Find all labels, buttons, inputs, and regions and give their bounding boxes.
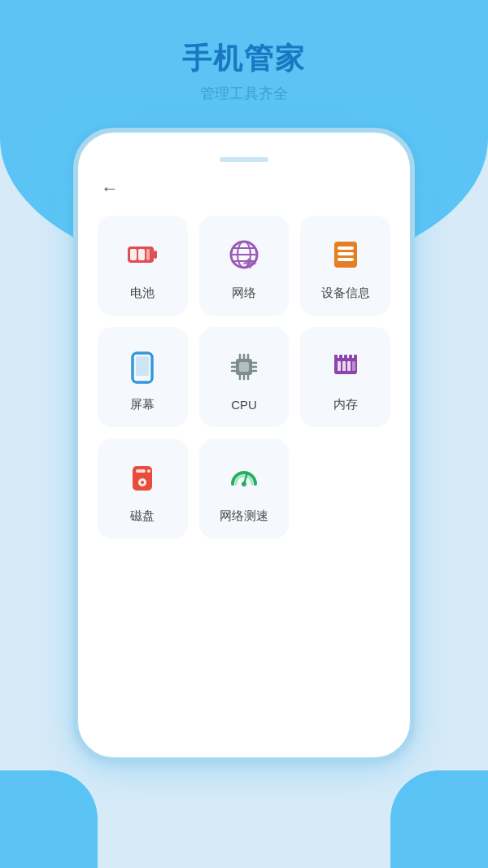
disk-icon xyxy=(121,456,163,499)
svg-rect-37 xyxy=(352,361,355,371)
app-subtitle: 管理工具齐全 xyxy=(182,84,306,103)
svg-rect-13 xyxy=(338,252,354,255)
memory-label: 内存 xyxy=(333,397,358,412)
svg-rect-1 xyxy=(154,251,157,259)
phone-speaker xyxy=(220,157,268,162)
tool-card-cpu[interactable]: CPU xyxy=(199,327,290,427)
svg-rect-34 xyxy=(338,361,341,371)
bg-bottom-right-shape xyxy=(390,770,488,868)
svg-rect-20 xyxy=(239,362,249,372)
svg-rect-36 xyxy=(347,361,351,371)
tool-card-device-info[interactable]: 设备信息 xyxy=(300,216,390,316)
tool-card-screen[interactable]: 屏幕 xyxy=(98,327,188,427)
battery-label: 电池 xyxy=(130,286,155,301)
device-icon xyxy=(325,233,367,276)
app-title: 手机管家 xyxy=(182,39,306,79)
speedtest-icon xyxy=(223,456,265,499)
svg-point-49 xyxy=(242,482,246,486)
svg-rect-12 xyxy=(338,246,354,250)
tool-card-memory[interactable]: 内存 xyxy=(300,327,390,427)
battery-icon xyxy=(121,233,163,276)
network-icon xyxy=(223,233,265,276)
speedtest-label: 网络测速 xyxy=(220,508,268,524)
svg-point-45 xyxy=(141,481,144,484)
svg-rect-46 xyxy=(136,469,146,473)
network-label: 网络 xyxy=(232,286,256,301)
svg-rect-39 xyxy=(339,355,342,360)
device-info-label: 设备信息 xyxy=(321,286,370,301)
back-button[interactable]: ← xyxy=(98,178,119,199)
bg-bottom-left-shape xyxy=(0,770,98,868)
header: 手机管家 管理工具齐全 xyxy=(182,0,306,120)
tool-card-battery[interactable]: 电池 xyxy=(98,216,188,316)
svg-rect-38 xyxy=(334,355,338,360)
svg-rect-47 xyxy=(147,469,150,473)
tools-grid: 电池 网络 xyxy=(98,216,390,539)
tool-card-network[interactable]: 网络 xyxy=(199,216,290,316)
memory-icon xyxy=(325,345,367,387)
screen-label: 屏幕 xyxy=(130,397,155,412)
svg-rect-35 xyxy=(342,361,346,371)
svg-rect-3 xyxy=(138,249,145,260)
disk-label: 磁盘 xyxy=(130,508,155,524)
svg-rect-16 xyxy=(136,356,149,376)
svg-rect-14 xyxy=(338,258,354,261)
svg-rect-41 xyxy=(349,355,352,360)
cpu-icon xyxy=(223,346,265,388)
svg-rect-42 xyxy=(354,355,357,360)
svg-rect-2 xyxy=(130,249,137,260)
tool-card-disk[interactable]: 磁盘 xyxy=(98,438,188,539)
svg-rect-40 xyxy=(344,355,347,360)
tool-card-speedtest[interactable]: 网络测速 xyxy=(199,438,290,539)
svg-rect-4 xyxy=(146,249,150,260)
phone-mockup: ← 电池 xyxy=(73,128,415,762)
cpu-label: CPU xyxy=(231,398,257,412)
screen-icon xyxy=(121,345,163,387)
